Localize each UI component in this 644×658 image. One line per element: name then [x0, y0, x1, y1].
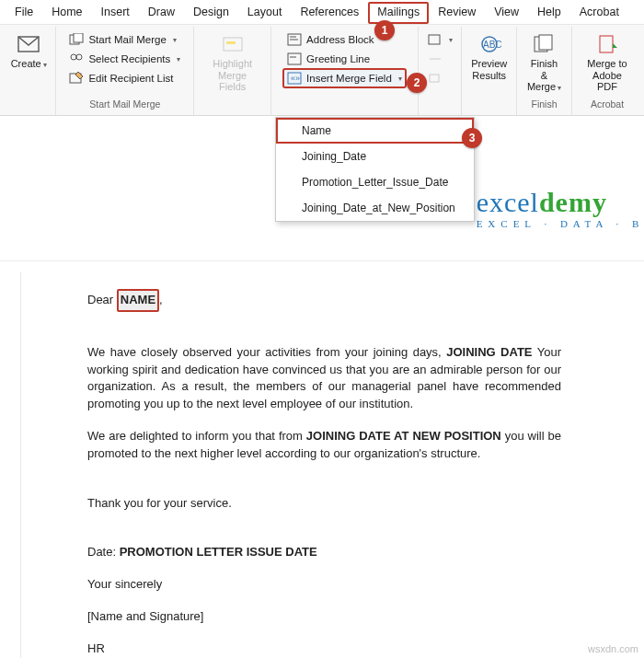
merge-field-option-new-position[interactable]: Joining_Date_at_New_Position — [276, 195, 474, 221]
menu-help[interactable]: Help — [528, 2, 570, 24]
group-insert-fields: Address Block Greeting Line «» Insert Me… — [271, 27, 419, 115]
merge-field-option-issue-date[interactable]: Promotion_Letter_Issue_Date — [276, 169, 474, 195]
signature-line: [Name and Signature] — [87, 608, 561, 626]
merge-field-new-position: JOINING DATE AT NEW POSITION — [306, 429, 501, 443]
finish-icon — [532, 32, 556, 56]
recipients-icon — [69, 52, 84, 66]
sincerely-line: Your sincerely — [87, 576, 561, 594]
hr-line: HR — [87, 641, 561, 658]
menu-references[interactable]: References — [291, 2, 368, 24]
svg-rect-16 — [430, 75, 439, 82]
svg-rect-11 — [288, 53, 301, 64]
group-preview: ABC Preview Results — [462, 27, 516, 115]
edit-list-icon — [69, 71, 84, 86]
thanks-line: Thank you for your service. — [87, 495, 561, 513]
svg-rect-7 — [226, 41, 236, 44]
preview-icon: ABC — [477, 32, 501, 56]
group-start-mail-merge: Start Mail Merge▾ Select Recipients▾ Edi… — [56, 27, 194, 115]
envelope-icon — [17, 32, 40, 56]
brand-logo: exceldemy EXCEL · DATA · BI — [477, 187, 644, 229]
finish-merge-button[interactable]: Finish & Merge▾ — [523, 30, 566, 95]
greeting-line-button[interactable]: Greeting Line — [283, 50, 406, 68]
match-fields-button — [424, 50, 456, 68]
menu-home[interactable]: Home — [42, 2, 91, 24]
svg-point-4 — [76, 54, 82, 60]
group-acrobat: Merge to Adobe PDF Acrobat — [572, 27, 642, 115]
highlight-merge-fields-button: Highlight Merge Fields — [200, 30, 265, 95]
merge-field-joining-date: JOINING DATE — [446, 345, 532, 359]
address-block-icon — [287, 32, 302, 47]
menu-design[interactable]: Design — [184, 2, 238, 24]
highlight-icon — [221, 32, 245, 56]
svg-rect-21 — [600, 36, 613, 52]
merge-field-icon: «» — [287, 71, 302, 86]
paragraph-2: We are delighted to inform you that from… — [87, 428, 561, 463]
rules-button[interactable]: ▾ — [424, 30, 456, 49]
menu-file[interactable]: File — [6, 2, 42, 24]
date-line: Date: PROMOTION LETTER ISSUE DATE — [87, 544, 561, 561]
menu-view[interactable]: View — [485, 2, 528, 24]
svg-point-3 — [71, 54, 76, 60]
watermark: wsxdn.com — [588, 643, 638, 654]
svg-rect-15 — [429, 35, 440, 44]
create-button[interactable]: Create▾ — [7, 30, 51, 72]
callout-1: 1 — [374, 20, 395, 40]
callout-3: 3 — [462, 128, 482, 148]
menu-acrobat[interactable]: Acrobat — [570, 2, 628, 24]
preview-results-button[interactable]: ABC Preview Results — [467, 30, 511, 83]
group-finish: Finish & Merge▾ Finish — [517, 27, 572, 115]
group-label-start: Start Mail Merge — [62, 97, 188, 112]
labels-icon — [428, 71, 443, 86]
mail-merge-icon — [69, 32, 84, 47]
match-icon — [428, 52, 443, 66]
paragraph-1: We have closely observed your activities… — [87, 344, 561, 413]
insert-merge-field-button[interactable]: «» Insert Merge Field▾ — [283, 69, 406, 87]
menu-draw[interactable]: Draw — [139, 2, 184, 24]
group-create: Create▾ — [2, 27, 56, 115]
select-recipients-button[interactable]: Select Recipients▾ — [65, 50, 184, 68]
group-rules: ▾ — [419, 27, 463, 115]
merge-field-option-name[interactable]: Name — [276, 118, 474, 144]
pdf-icon — [595, 32, 619, 56]
ribbon: Create▾ Start Mail Merge▾ Select Recipie… — [0, 24, 644, 116]
document-page: Dear NAME, We have closely observed your… — [20, 272, 627, 658]
svg-rect-20 — [539, 35, 552, 50]
callout-2: 2 — [407, 73, 427, 93]
greeting-icon — [287, 52, 302, 66]
menu-review[interactable]: Review — [429, 2, 485, 24]
merge-field-dropdown: Name Joining_Date Promotion_Letter_Issue… — [275, 117, 475, 222]
menu-bar: File Home Insert Draw Design Layout Refe… — [0, 0, 644, 24]
merge-field-name[interactable]: NAME — [117, 289, 159, 312]
group-write-insert: Highlight Merge Fields — [194, 27, 271, 115]
salutation: Dear NAME, — [87, 289, 561, 312]
chevron-down-icon: ▾ — [43, 61, 47, 69]
update-labels-button — [424, 69, 456, 87]
merge-field-option-joining-date[interactable]: Joining_Date — [276, 144, 474, 169]
menu-layout[interactable]: Layout — [238, 2, 292, 24]
menu-mailings[interactable]: Mailings — [368, 2, 429, 24]
merge-field-issue-date: PROMOTION LETTER ISSUE DATE — [120, 545, 317, 559]
menu-insert[interactable]: Insert — [92, 2, 139, 24]
rules-icon — [428, 32, 443, 47]
svg-text:«»: «» — [291, 74, 300, 83]
ruler — [0, 245, 644, 261]
svg-text:ABC: ABC — [483, 40, 501, 50]
svg-rect-2 — [74, 33, 83, 42]
start-mail-merge-button[interactable]: Start Mail Merge▾ — [65, 30, 184, 49]
merge-to-pdf-button[interactable]: Merge to Adobe PDF — [578, 30, 637, 95]
edit-recipient-list-button[interactable]: Edit Recipient List — [65, 69, 184, 87]
group-label-create — [7, 97, 50, 112]
